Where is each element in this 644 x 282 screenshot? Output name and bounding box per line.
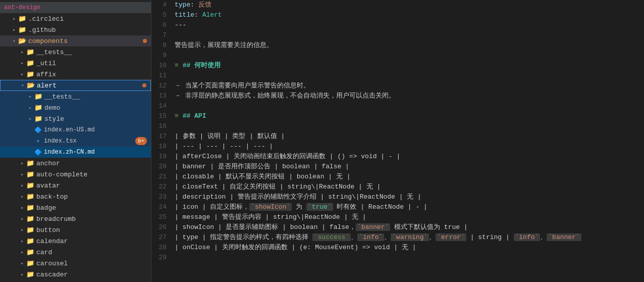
line-number: 17 <box>151 131 173 142</box>
folder-icon: 📁 <box>26 215 34 223</box>
sidebar-item-label: cascader <box>36 271 68 278</box>
file-md-icon: 🔷 <box>34 149 42 156</box>
change-indicator <box>142 83 146 87</box>
sidebar-item-index-tsx[interactable]: 🔹 index.tsx 9+ <box>0 135 151 147</box>
line-content: － 非浮层的静态展现形式，始终展现，不会自动消失，用户可以点击关闭。 <box>173 91 644 101</box>
no-arrow <box>26 137 34 145</box>
code-editor[interactable]: 4 type: 反馈 5 title: Alert 6 --- 7 8 警告提示… <box>151 0 644 282</box>
line-number: 7 <box>151 30 173 40</box>
line-content: | afterClose | 关闭动画结束后触发的回调函数 | () => vo… <box>173 152 644 162</box>
line-content: | icon | 自定义图标，`showIcon` 为 `true` 时有效 |… <box>173 202 644 212</box>
code-line-19: 19 | afterClose | 关闭动画结束后触发的回调函数 | () =>… <box>151 152 644 162</box>
sidebar-item-label: _util <box>36 60 56 67</box>
sidebar-item-avatar[interactable]: 📁 avatar <box>0 180 151 191</box>
line-number: 18 <box>151 142 173 152</box>
sidebar-item-index-zh[interactable]: 🔷 index.zh-CN.md <box>0 147 151 158</box>
arrow-icon <box>10 26 18 34</box>
code-line-7: 7 <box>151 30 644 40</box>
arrow-icon <box>18 70 26 78</box>
line-number: 29 <box>151 253 173 263</box>
line-content: ≡ ## API <box>173 111 644 121</box>
sidebar-item-tests[interactable]: 📁 __tests__ <box>0 46 151 58</box>
code-line-22: 22 | closeText | 自定义关闭按钮 | string\|React… <box>151 182 644 192</box>
sidebar-item-button[interactable]: 📁 button <box>0 224 151 236</box>
sidebar-item-label: __tests__ <box>36 49 72 56</box>
editor-main: 4 type: 反馈 5 title: Alert 6 --- 7 8 警告提示… <box>151 0 644 282</box>
sidebar-item-label: breadcrumb <box>36 215 76 223</box>
line-number: 8 <box>151 40 173 51</box>
sidebar-item-label: auto-complete <box>36 171 87 178</box>
line-number: 9 <box>151 51 173 61</box>
line-content: 警告提示，展现需要关注的信息。 <box>173 40 644 51</box>
sidebar-item-components[interactable]: 📂 components <box>0 35 151 46</box>
sidebar-item-cascader[interactable]: 📁 cascader <box>0 269 151 280</box>
arrow-icon <box>26 115 34 123</box>
sidebar-item-checkbox[interactable]: 📁 checkbox <box>0 280 151 282</box>
line-content: | closeText | 自定义关闭按钮 | string\|ReactNod… <box>173 182 644 192</box>
folder-icon: 📁 <box>26 204 34 212</box>
arrow-icon <box>18 237 26 245</box>
sidebar-item-github[interactable]: 📁 .github <box>0 24 151 35</box>
line-number: 5 <box>151 10 173 20</box>
line-number: 4 <box>151 0 173 10</box>
code-line-13: 13 － 非浮层的静态展现形式，始终展现，不会自动消失，用户可以点击关闭。 <box>151 91 644 101</box>
topbar: ant-design <box>0 2 151 13</box>
sidebar-item-label: index.zh-CN.md <box>44 149 95 156</box>
arrow-icon <box>26 104 34 112</box>
line-number: 19 <box>151 152 173 162</box>
line-content: title: Alert <box>173 10 644 20</box>
sidebar-item-back-top[interactable]: 📁 back-top <box>0 191 151 202</box>
sidebar-item-alert[interactable]: 📂 alert <box>0 80 151 91</box>
folder-icon: 📁 <box>26 193 34 201</box>
line-content: | showIcon | 是否显示辅助图标 | boolean | false，… <box>173 222 644 232</box>
line-number: 28 <box>151 243 173 253</box>
sidebar-item-affix[interactable]: 📁 affix <box>0 69 151 80</box>
sidebar-item-label: __tests__ <box>44 93 80 101</box>
line-number: 25 <box>151 212 173 222</box>
sidebar-item-label: demo <box>44 104 60 112</box>
folder-icon: 📁 <box>26 248 34 256</box>
sidebar-item-label: button <box>36 226 60 234</box>
line-content: | --- | --- | --- | --- | <box>173 142 644 152</box>
sidebar-item-breadcrumb[interactable]: 📁 breadcrumb <box>0 213 151 224</box>
arrow-icon <box>18 48 26 56</box>
folder-icon: 📁 <box>26 159 34 167</box>
line-number: 14 <box>151 101 173 111</box>
sidebar-item-label: .circleci <box>28 15 64 23</box>
sidebar-item-calendar[interactable]: 📁 calendar <box>0 236 151 247</box>
folder-icon: 📁 <box>34 92 42 101</box>
line-number: 10 <box>151 61 173 71</box>
arrow-icon <box>18 215 26 223</box>
sidebar-item-card[interactable]: 📁 card <box>0 247 151 258</box>
sidebar-item-carousel[interactable]: 📁 carousel <box>0 258 151 269</box>
sidebar-item-label: carousel <box>36 260 68 267</box>
line-number: 11 <box>151 71 173 81</box>
sidebar-item-label: avatar <box>36 182 60 190</box>
arrow-icon <box>18 159 26 167</box>
sidebar-item-label: index.en-US.md <box>44 126 95 133</box>
line-number: 23 <box>151 192 173 202</box>
line-number: 13 <box>151 91 173 101</box>
sidebar-item-alert-style[interactable]: 📁 style <box>0 113 151 124</box>
sidebar-item-auto-complete[interactable]: 📁 auto-complete <box>0 169 151 180</box>
code-line-18: 18 | --- | --- | --- | --- | <box>151 142 644 152</box>
file-tree[interactable]: ant-design 📁 .circleci 📁 .github 📂 compo… <box>0 0 151 282</box>
sidebar-item-alert-tests[interactable]: 📁 __tests__ <box>0 91 151 102</box>
sidebar-item-label: alert <box>37 82 57 89</box>
arrow-icon <box>18 270 26 278</box>
sidebar-item-label: index.tsx <box>44 137 77 145</box>
arrow-icon <box>10 37 18 45</box>
arrow-icon <box>18 204 26 212</box>
sidebar-item-alert-demo[interactable]: 📁 demo <box>0 102 151 113</box>
sidebar-item-anchor[interactable]: 📁 anchor <box>0 158 151 169</box>
sidebar-item-circleci[interactable]: 📁 .circleci <box>0 13 151 24</box>
code-line-9: 9 <box>151 51 644 61</box>
sidebar-item-badge[interactable]: 📁 badge <box>0 202 151 213</box>
sidebar-item-util[interactable]: 📁 _util <box>0 58 151 69</box>
arrow-icon <box>18 226 26 234</box>
code-line-14: 14 <box>151 101 644 111</box>
sidebar-item-index-en[interactable]: 🔷 index.en-US.md <box>0 124 151 135</box>
line-content: --- <box>173 20 644 30</box>
line-number: 22 <box>151 182 173 192</box>
line-number: 16 <box>151 121 173 131</box>
